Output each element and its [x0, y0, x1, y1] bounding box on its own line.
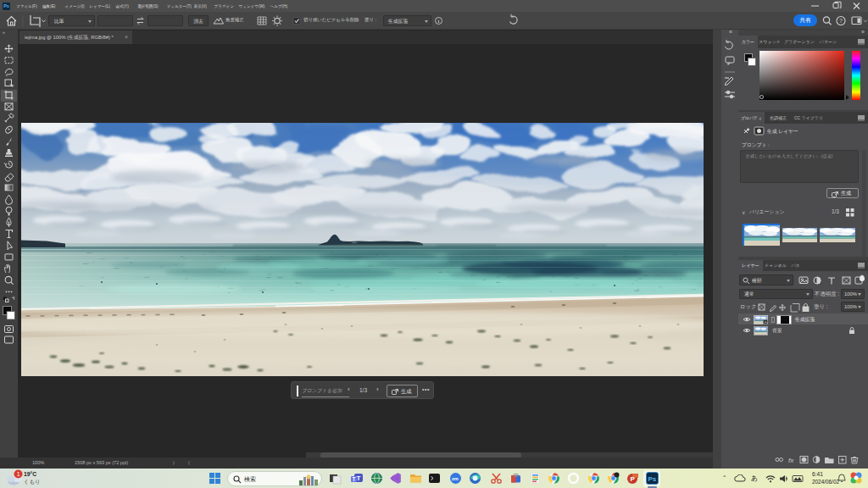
svg-text:P: P: [631, 475, 636, 483]
svg-text:zm: zm: [452, 476, 459, 481]
svg-text:?: ?: [839, 18, 843, 24]
svg-text:Ps: Ps: [648, 475, 656, 483]
svg-text:fx: fx: [788, 457, 794, 464]
svg-text:T: T: [353, 476, 356, 482]
svg-text:1: 1: [17, 471, 20, 477]
svg-text:T: T: [357, 474, 361, 482]
